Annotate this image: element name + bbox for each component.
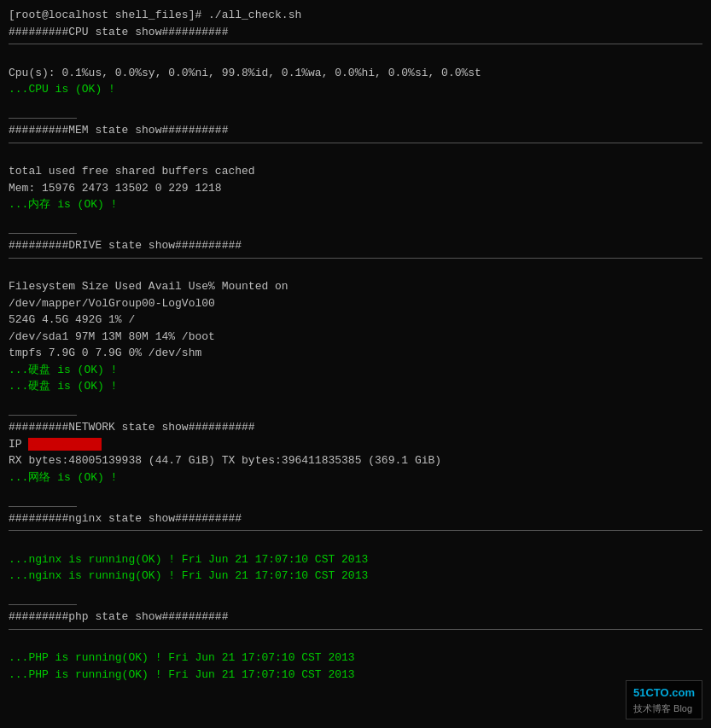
drive-fs-row1: /dev/mapper/VolGroup00-LogVol00 xyxy=(9,295,702,312)
cpu-divider-bottom xyxy=(9,118,77,119)
nginx-status2: ...nginx is running(OK) ! Fri Jun 21 17:… xyxy=(9,568,702,585)
cpu-stat: Cpu(s): 0.1%us, 0.0%sy, 0.0%ni, 99.8%id,… xyxy=(9,65,702,82)
mem-header: #########MEM state show########## xyxy=(9,122,702,139)
cpu-status: ...CPU is (OK) ! xyxy=(9,81,702,98)
php-header: #########php state show########## xyxy=(9,609,702,626)
prompt-line: [root@localhost shell_files]# ./all_chec… xyxy=(9,7,702,24)
php-blank xyxy=(9,633,702,650)
drive-fs-row1b: 524G 4.5G 492G 1% / xyxy=(9,312,702,329)
drive-header: #########DRIVE state show########## xyxy=(9,237,702,254)
drive-fs-row3: tmpfs 7.9G 0 7.9G 0% /dev/shm xyxy=(9,345,702,362)
nginx-blank2 xyxy=(9,585,702,602)
mem-table-row: Mem: 15976 2473 13502 0 229 1218 xyxy=(9,180,702,197)
terminal-window: [root@localhost shell_files]# ./all_chec… xyxy=(9,7,702,683)
nginx-blank xyxy=(9,534,702,551)
php-section: #########php state show########## ...PHP… xyxy=(9,609,702,683)
drive-blank xyxy=(9,262,702,279)
nginx-status1: ...nginx is running(OK) ! Fri Jun 21 17:… xyxy=(9,551,702,568)
network-divider-bottom xyxy=(9,506,77,507)
mem-divider-bottom xyxy=(9,233,77,234)
network-ip-value: 210.44.1.xx xyxy=(28,438,102,451)
cpu-blank2 xyxy=(9,98,702,115)
mem-section: #########MEM state show########## total … xyxy=(9,122,702,234)
nginx-section: #########nginx state show########## ...n… xyxy=(9,510,702,606)
mem-status: ...内存 is (OK) ! xyxy=(9,196,702,213)
php-status2: ...PHP is running(OK) ! Fri Jun 21 17:07… xyxy=(9,667,702,684)
watermark-bottom: 技术博客 Blog xyxy=(633,702,695,716)
php-status1: ...PHP is running(OK) ! Fri Jun 21 17:07… xyxy=(9,649,702,667)
cpu-header: #########CPU state show########## xyxy=(9,24,702,41)
mem-divider-top xyxy=(9,143,702,143)
network-blank xyxy=(9,486,702,503)
network-ip-line: IP 210.44.1.xx xyxy=(9,436,702,453)
mem-blank xyxy=(9,147,702,164)
watermark-top: 51CTO.com xyxy=(633,684,695,702)
drive-status1: ...硬盘 is (OK) ! xyxy=(9,362,702,379)
drive-divider-top xyxy=(9,258,702,259)
prompt-text: [root@localhost shell_files]# ./all_chec… xyxy=(9,9,301,21)
drive-status2: ...硬盘 is (OK) ! xyxy=(9,378,702,395)
nginx-header: #########nginx state show########## xyxy=(9,510,702,527)
network-status: ...网络 is (OK) ! xyxy=(9,469,702,486)
drive-fs-header: Filesystem Size Used Avail Use% Mounted … xyxy=(9,278,702,295)
drive-blank2 xyxy=(9,395,702,412)
drive-fs-row2: /dev/sda1 97M 13M 80M 14% /boot xyxy=(9,329,702,346)
network-section: #########NETWORK state show########## IP… xyxy=(9,419,702,507)
drive-section: #########DRIVE state show########## File… xyxy=(9,237,702,416)
mem-blank2 xyxy=(9,213,702,230)
cpu-section: #########CPU state show########## Cpu(s)… xyxy=(9,24,702,119)
mem-table-header: total used free shared buffers cached xyxy=(9,163,702,180)
network-ip-label: IP xyxy=(9,438,22,451)
cpu-blank xyxy=(9,48,702,65)
nginx-divider-top xyxy=(9,530,702,531)
cpu-divider-top xyxy=(9,44,702,44)
network-rx-tx: RX bytes:48005139938 (44.7 GiB) TX bytes… xyxy=(9,452,702,469)
network-header: #########NETWORK state show########## xyxy=(9,419,702,436)
drive-divider-bottom xyxy=(9,415,77,416)
nginx-divider-bottom xyxy=(9,604,77,605)
watermark: 51CTO.com 技术博客 Blog xyxy=(626,680,702,719)
php-divider-top xyxy=(9,629,702,630)
